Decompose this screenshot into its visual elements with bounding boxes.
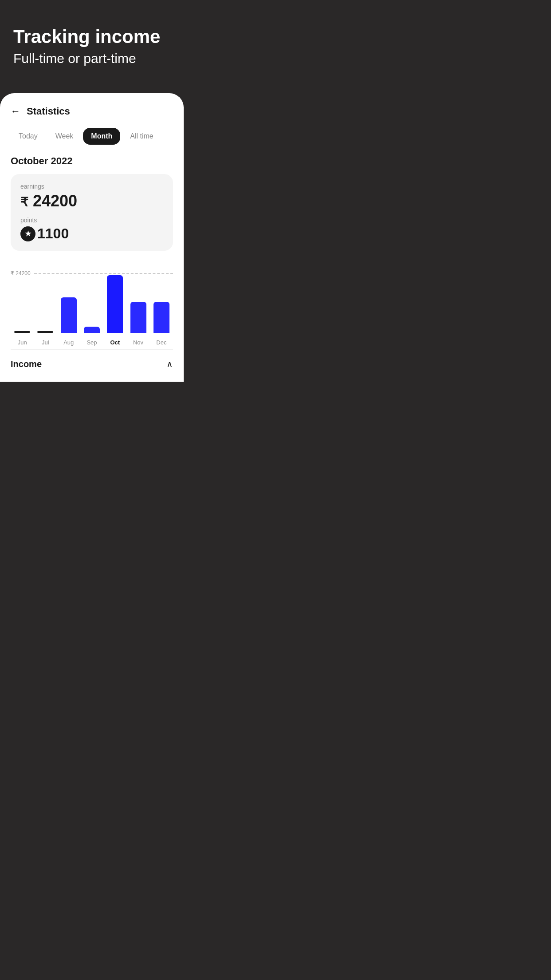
- earnings-value: ₹ 24200: [20, 192, 163, 210]
- period-label: October 2022: [11, 155, 173, 167]
- earnings-amount: 24200: [33, 192, 77, 210]
- back-button[interactable]: ←: [11, 106, 20, 117]
- income-footer[interactable]: Income ∧: [11, 349, 173, 371]
- points-value: ★ 1100: [20, 225, 163, 242]
- tab-all-time[interactable]: All time: [122, 128, 161, 145]
- bar-dec: [153, 302, 169, 333]
- chart-reference-line: ₹ 24200: [11, 270, 173, 277]
- bar-aug: [61, 297, 77, 333]
- points-amount: 1100: [37, 225, 69, 242]
- bar-group-jun[interactable]: Jun: [11, 271, 34, 346]
- chevron-up-icon: ∧: [166, 359, 173, 369]
- hero-title: Tracking income: [13, 27, 170, 47]
- tab-week[interactable]: Week: [47, 128, 82, 145]
- bar-jun: [14, 331, 30, 333]
- bar-label-jun: Jun: [18, 339, 27, 346]
- bar-label-aug: Aug: [63, 339, 74, 346]
- bar-label-oct: Oct: [110, 339, 120, 346]
- tab-month[interactable]: Month: [83, 128, 120, 145]
- bar-group-aug[interactable]: Aug: [57, 271, 80, 346]
- bar-group-oct[interactable]: Oct: [103, 271, 126, 346]
- bar-label-sep: Sep: [87, 339, 97, 346]
- bar-group-dec[interactable]: Dec: [150, 271, 173, 346]
- chart-reference-label: ₹ 24200: [11, 270, 31, 277]
- points-label: points: [20, 217, 163, 224]
- page-title: Statistics: [27, 106, 70, 117]
- stats-summary-card: earnings ₹ 24200 points ★ 1100: [11, 174, 173, 251]
- bar-jul: [37, 331, 53, 333]
- bar-oct: [107, 275, 123, 333]
- chart-area: ₹ 24200 JunJulAugSepOctNovDec: [11, 261, 173, 346]
- tab-today[interactable]: Today: [11, 128, 46, 145]
- chart-dashed-line: [34, 273, 173, 274]
- earnings-label: earnings: [20, 183, 163, 190]
- bar-label-dec: Dec: [156, 339, 166, 346]
- bar-sep: [84, 327, 100, 333]
- hero-section: Tracking income Full-time or part-time: [0, 0, 184, 84]
- tab-bar: Today Week Month All time: [11, 128, 173, 145]
- bar-nov: [130, 302, 146, 333]
- bar-group-sep[interactable]: Sep: [80, 271, 103, 346]
- income-label: Income: [11, 359, 42, 369]
- bar-label-jul: Jul: [42, 339, 49, 346]
- statistics-card: ← Statistics Today Week Month All time O…: [0, 93, 184, 382]
- hero-subtitle: Full-time or part-time: [13, 51, 170, 67]
- bar-group-nov[interactable]: Nov: [126, 271, 150, 346]
- currency-symbol: ₹: [20, 195, 28, 209]
- star-icon: ★: [20, 226, 35, 241]
- card-header: ← Statistics: [11, 106, 173, 117]
- bar-label-nov: Nov: [133, 339, 143, 346]
- chart-bars: JunJulAugSepOctNovDec: [11, 275, 173, 346]
- bar-group-jul[interactable]: Jul: [34, 271, 57, 346]
